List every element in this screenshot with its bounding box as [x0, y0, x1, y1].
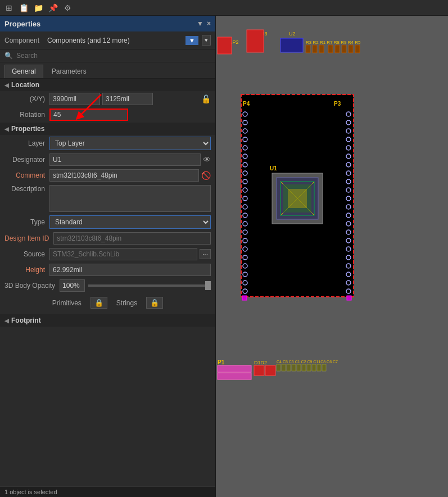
component-label: Component [4, 37, 44, 44]
design-item-id-row: Design Item ID [0, 231, 215, 246]
height-row: Height [0, 262, 215, 278]
properties-section-header: ◀ Properties [0, 123, 215, 135]
r9-block [342, 45, 346, 53]
panel-close-icon[interactable]: × [207, 20, 211, 28]
tab-general[interactable]: General [4, 65, 43, 78]
rotation-input[interactable] [49, 109, 128, 121]
u1-label: U1 [270, 165, 277, 171]
component-row: Component Components (and 12 more) ▼ ▾ [0, 31, 215, 49]
strings-label: Strings [116, 299, 137, 307]
tabs-row: General Parameters [0, 62, 215, 79]
status-bar: 1 object is selected [0, 486, 215, 497]
c4 [277, 364, 280, 371]
pin-icon[interactable]: 📌 [47, 2, 58, 13]
comment-input[interactable] [49, 169, 199, 182]
search-icon: 🔍 [4, 52, 13, 60]
status-text: 1 object is selected [4, 489, 57, 495]
settings-icon[interactable]: ⚙ [62, 2, 73, 13]
xy-inputs [49, 93, 198, 105]
layer-row: Layer Top Layer [0, 135, 215, 152]
tab-parameters[interactable]: Parameters [44, 65, 94, 78]
opacity-input[interactable] [60, 279, 85, 292]
type-select[interactable]: Standard [49, 215, 211, 229]
c6 [317, 364, 321, 371]
panel-title: Properties [4, 20, 40, 28]
r5-block [355, 45, 360, 53]
designator-input[interactable] [49, 153, 201, 166]
u1-chip-gold [288, 189, 307, 208]
comment-visibility-icon[interactable]: 🚫 [201, 171, 211, 180]
footprint-section-header: ◀ Footprint [0, 314, 215, 327]
c-labels: C4 C5 C3 C1 C2 C9 C11C8 C6 C7 [277, 360, 338, 364]
canvas-area: SW1P2 U3 U2 R3 R2 R1 R7 R8 R9 R4 R5 P4 [216, 16, 448, 497]
y-input[interactable] [102, 93, 153, 105]
location-title: Location [11, 81, 39, 89]
source-input[interactable] [49, 248, 197, 260]
r2-block [313, 45, 317, 53]
p3-corner-marker [347, 296, 351, 300]
c2 [297, 364, 301, 371]
panel-scroll: ◀ Location (X/Y) 🔓 Rotation [0, 79, 215, 486]
location-arrow-icon: ◀ [4, 82, 9, 88]
rotation-label: Rotation [4, 111, 49, 119]
panel-pin-icon[interactable]: ▼ [197, 20, 203, 28]
c1 [292, 364, 296, 371]
description-row: Description [0, 183, 215, 214]
opacity-label: 3D Body Opacity [4, 282, 60, 290]
folder-icon[interactable]: 📁 [33, 2, 44, 13]
search-input[interactable] [16, 52, 211, 60]
design-item-id-label: Design Item ID [4, 234, 53, 242]
main-area: Properties ▼ × Component Components (and… [0, 16, 448, 497]
component-dropdown-btn[interactable]: ▾ [202, 35, 211, 46]
location-lock-icon[interactable]: 🔓 [201, 94, 211, 103]
c9 [302, 364, 306, 371]
type-label: Type [4, 218, 49, 226]
c5 [282, 364, 286, 371]
height-label: Height [4, 266, 49, 274]
d2-block [265, 365, 275, 376]
strings-lock-button[interactable]: 🔒 [146, 297, 163, 309]
c7 [322, 364, 326, 371]
comment-row: Comment 🚫 [0, 168, 215, 183]
comment-label: Comment [4, 171, 49, 179]
filter-button[interactable]: ▼ [185, 36, 198, 45]
xy-label: (X/Y) [4, 95, 49, 103]
designator-row: Designator 👁 [0, 152, 215, 168]
r8-block [335, 45, 340, 53]
u2-block [280, 38, 303, 52]
p4-label: P4 [243, 101, 250, 107]
description-input[interactable] [49, 185, 211, 212]
primitives-lock-button[interactable]: 🔒 [90, 297, 107, 309]
copy-icon[interactable]: 📋 [18, 2, 29, 13]
panel-header-icons: ▼ × [197, 20, 211, 28]
p1-connector2 [218, 373, 251, 379]
p1-connector [218, 365, 251, 372]
designator-label: Designator [4, 156, 49, 164]
primitives-label: Primitives [52, 299, 82, 307]
location-section-header: ◀ Location [0, 79, 215, 91]
properties-panel: Properties ▼ × Component Components (and… [0, 16, 216, 497]
c11 [307, 364, 311, 371]
layer-label: Layer [4, 139, 49, 147]
r-labels: R3 R2 R1 R7 R8 R9 R4 R5 [306, 40, 361, 45]
r3-block [306, 45, 310, 53]
p3-label: P3 [334, 101, 341, 107]
opacity-slider[interactable] [88, 284, 211, 287]
grid-icon[interactable]: ⊞ [3, 2, 15, 13]
rotation-row: Rotation [0, 107, 215, 123]
primitives-row: Primitives 🔒 Strings 🔒 [0, 293, 215, 312]
source-more-button[interactable]: ··· [200, 249, 211, 259]
design-item-id-input[interactable] [53, 232, 211, 245]
designator-visibility-icon[interactable]: 👁 [203, 155, 211, 164]
sw1p2-block [218, 37, 232, 54]
footprint-arrow-icon: ◀ [4, 318, 9, 324]
p1-label: P1 [218, 359, 225, 365]
footprint-title: Footprint [11, 317, 41, 324]
description-label: Description [4, 185, 49, 193]
layer-select[interactable]: Top Layer [49, 137, 211, 150]
x-input[interactable] [49, 93, 100, 105]
d1-block [254, 365, 264, 376]
height-input[interactable] [49, 264, 211, 276]
u3-block [247, 30, 264, 52]
xy-row: (X/Y) 🔓 [0, 91, 215, 107]
